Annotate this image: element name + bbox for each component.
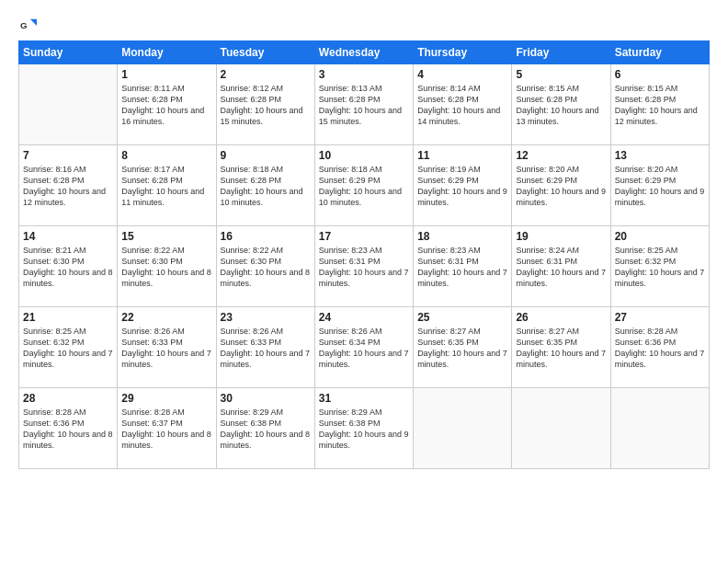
svg-marker-1: [30, 19, 37, 26]
day-info: Sunrise: 8:18 AM Sunset: 6:28 PM Dayligh…: [221, 164, 311, 209]
day-number: 6: [615, 68, 705, 81]
calendar-table: SundayMondayTuesdayWednesdayThursdayFrid…: [18, 40, 710, 469]
day-number: 12: [516, 149, 606, 162]
day-number: 31: [319, 392, 409, 405]
day-info: Sunrise: 8:29 AM Sunset: 6:38 PM Dayligh…: [221, 407, 311, 452]
day-info: Sunrise: 8:15 AM Sunset: 6:28 PM Dayligh…: [615, 83, 705, 128]
day-cell: 20Sunrise: 8:25 AM Sunset: 6:32 PM Dayli…: [610, 226, 709, 307]
day-cell: [19, 64, 118, 145]
week-row-5: 28Sunrise: 8:28 AM Sunset: 6:36 PM Dayli…: [19, 388, 710, 469]
day-cell: 6Sunrise: 8:15 AM Sunset: 6:28 PM Daylig…: [610, 64, 709, 145]
day-cell: 27Sunrise: 8:28 AM Sunset: 6:36 PM Dayli…: [610, 307, 709, 388]
day-cell: 8Sunrise: 8:17 AM Sunset: 6:28 PM Daylig…: [118, 145, 216, 226]
day-number: 27: [615, 311, 705, 324]
day-number: 29: [121, 392, 211, 405]
day-info: Sunrise: 8:26 AM Sunset: 6:34 PM Dayligh…: [319, 326, 409, 371]
logo: G: [18, 17, 37, 33]
day-cell: 16Sunrise: 8:22 AM Sunset: 6:30 PM Dayli…: [216, 226, 314, 307]
day-number: 5: [516, 68, 606, 81]
day-info: Sunrise: 8:26 AM Sunset: 6:33 PM Dayligh…: [221, 326, 311, 371]
day-info: Sunrise: 8:15 AM Sunset: 6:28 PM Dayligh…: [516, 83, 606, 128]
day-number: 15: [121, 230, 211, 243]
day-cell: 19Sunrise: 8:24 AM Sunset: 6:31 PM Dayli…: [512, 226, 610, 307]
svg-text:G: G: [20, 20, 28, 30]
day-cell: 18Sunrise: 8:23 AM Sunset: 6:31 PM Dayli…: [414, 226, 512, 307]
day-info: Sunrise: 8:28 AM Sunset: 6:36 PM Dayligh…: [23, 407, 113, 452]
day-number: 1: [121, 68, 211, 81]
day-number: 14: [23, 230, 113, 243]
day-cell: 12Sunrise: 8:20 AM Sunset: 6:29 PM Dayli…: [512, 145, 610, 226]
day-number: 16: [221, 230, 311, 243]
day-cell: 13Sunrise: 8:20 AM Sunset: 6:29 PM Dayli…: [610, 145, 709, 226]
day-number: 28: [23, 392, 113, 405]
day-info: Sunrise: 8:23 AM Sunset: 6:31 PM Dayligh…: [319, 245, 409, 290]
day-cell: 10Sunrise: 8:18 AM Sunset: 6:29 PM Dayli…: [314, 145, 413, 226]
page: G SundayMondayTuesdayWednesdayThursdayFr…: [0, 0, 728, 563]
day-info: Sunrise: 8:20 AM Sunset: 6:29 PM Dayligh…: [516, 164, 606, 209]
day-info: Sunrise: 8:26 AM Sunset: 6:33 PM Dayligh…: [121, 326, 211, 371]
day-cell: [414, 388, 512, 469]
weekday-header-monday: Monday: [118, 41, 216, 64]
day-cell: [512, 388, 610, 469]
day-number: 19: [516, 230, 606, 243]
day-number: 7: [23, 149, 113, 162]
logo-icon: G: [20, 17, 37, 33]
day-info: Sunrise: 8:17 AM Sunset: 6:28 PM Dayligh…: [121, 164, 211, 209]
day-number: 9: [221, 149, 311, 162]
day-info: Sunrise: 8:12 AM Sunset: 6:28 PM Dayligh…: [221, 83, 311, 128]
day-cell: 23Sunrise: 8:26 AM Sunset: 6:33 PM Dayli…: [216, 307, 314, 388]
day-number: 21: [23, 311, 113, 324]
day-number: 2: [221, 68, 311, 81]
day-cell: 14Sunrise: 8:21 AM Sunset: 6:30 PM Dayli…: [19, 226, 118, 307]
calendar-body: 1Sunrise: 8:11 AM Sunset: 6:28 PM Daylig…: [19, 64, 710, 469]
day-info: Sunrise: 8:23 AM Sunset: 6:31 PM Dayligh…: [417, 245, 507, 290]
day-cell: 5Sunrise: 8:15 AM Sunset: 6:28 PM Daylig…: [512, 64, 610, 145]
week-row-3: 14Sunrise: 8:21 AM Sunset: 6:30 PM Dayli…: [19, 226, 710, 307]
day-info: Sunrise: 8:19 AM Sunset: 6:29 PM Dayligh…: [417, 164, 507, 209]
week-row-1: 1Sunrise: 8:11 AM Sunset: 6:28 PM Daylig…: [19, 64, 710, 145]
day-number: 8: [121, 149, 211, 162]
day-number: 17: [319, 230, 409, 243]
week-row-4: 21Sunrise: 8:25 AM Sunset: 6:32 PM Dayli…: [19, 307, 710, 388]
weekday-header-thursday: Thursday: [414, 41, 512, 64]
day-cell: 3Sunrise: 8:13 AM Sunset: 6:28 PM Daylig…: [314, 64, 413, 145]
week-row-2: 7Sunrise: 8:16 AM Sunset: 6:28 PM Daylig…: [19, 145, 710, 226]
day-info: Sunrise: 8:11 AM Sunset: 6:28 PM Dayligh…: [121, 83, 211, 128]
day-info: Sunrise: 8:25 AM Sunset: 6:32 PM Dayligh…: [615, 245, 705, 290]
day-number: 20: [615, 230, 705, 243]
day-cell: 21Sunrise: 8:25 AM Sunset: 6:32 PM Dayli…: [19, 307, 118, 388]
day-info: Sunrise: 8:28 AM Sunset: 6:36 PM Dayligh…: [615, 326, 705, 371]
day-info: Sunrise: 8:29 AM Sunset: 6:38 PM Dayligh…: [319, 407, 409, 452]
calendar-header: SundayMondayTuesdayWednesdayThursdayFrid…: [19, 41, 710, 64]
day-info: Sunrise: 8:28 AM Sunset: 6:37 PM Dayligh…: [121, 407, 211, 452]
day-number: 23: [221, 311, 311, 324]
day-cell: 17Sunrise: 8:23 AM Sunset: 6:31 PM Dayli…: [314, 226, 413, 307]
day-cell: 26Sunrise: 8:27 AM Sunset: 6:35 PM Dayli…: [512, 307, 610, 388]
day-number: 22: [121, 311, 211, 324]
weekday-header-sunday: Sunday: [19, 41, 118, 64]
day-number: 3: [319, 68, 409, 81]
day-info: Sunrise: 8:24 AM Sunset: 6:31 PM Dayligh…: [516, 245, 606, 290]
weekday-header-friday: Friday: [512, 41, 610, 64]
header: G: [18, 17, 710, 33]
day-cell: 29Sunrise: 8:28 AM Sunset: 6:37 PM Dayli…: [118, 388, 216, 469]
day-cell: 22Sunrise: 8:26 AM Sunset: 6:33 PM Dayli…: [118, 307, 216, 388]
day-cell: 31Sunrise: 8:29 AM Sunset: 6:38 PM Dayli…: [314, 388, 413, 469]
day-cell: 28Sunrise: 8:28 AM Sunset: 6:36 PM Dayli…: [19, 388, 118, 469]
day-number: 13: [615, 149, 705, 162]
day-number: 11: [417, 149, 507, 162]
day-cell: 2Sunrise: 8:12 AM Sunset: 6:28 PM Daylig…: [216, 64, 314, 145]
day-info: Sunrise: 8:22 AM Sunset: 6:30 PM Dayligh…: [121, 245, 211, 290]
day-info: Sunrise: 8:16 AM Sunset: 6:28 PM Dayligh…: [23, 164, 113, 209]
day-number: 10: [319, 149, 409, 162]
day-cell: 7Sunrise: 8:16 AM Sunset: 6:28 PM Daylig…: [19, 145, 118, 226]
day-cell: 30Sunrise: 8:29 AM Sunset: 6:38 PM Dayli…: [216, 388, 314, 469]
day-number: 30: [221, 392, 311, 405]
day-cell: 1Sunrise: 8:11 AM Sunset: 6:28 PM Daylig…: [118, 64, 216, 145]
day-cell: 4Sunrise: 8:14 AM Sunset: 6:28 PM Daylig…: [414, 64, 512, 145]
day-info: Sunrise: 8:27 AM Sunset: 6:35 PM Dayligh…: [417, 326, 507, 371]
day-number: 24: [319, 311, 409, 324]
day-cell: [610, 388, 709, 469]
day-info: Sunrise: 8:25 AM Sunset: 6:32 PM Dayligh…: [23, 326, 113, 371]
weekday-header-saturday: Saturday: [610, 41, 709, 64]
